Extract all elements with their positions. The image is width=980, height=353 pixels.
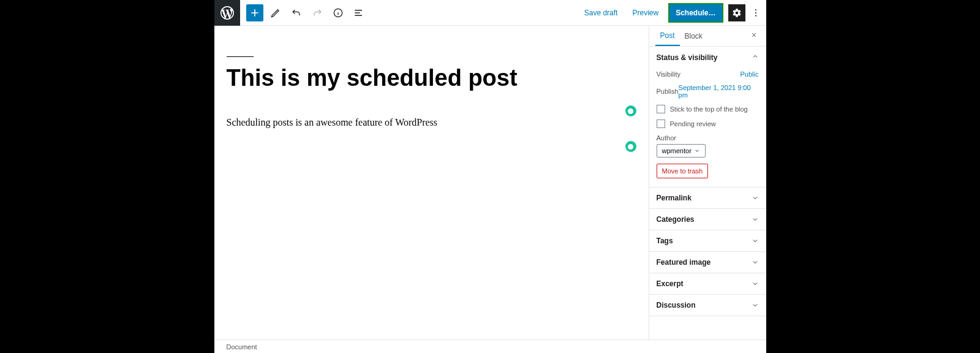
publish-row: Publish September 1, 2021 9:00 pm	[657, 84, 759, 99]
info-button[interactable]	[330, 4, 347, 21]
editor-canvas[interactable]: This is my scheduled post Scheduling pos…	[214, 26, 649, 353]
settings-button[interactable]	[728, 4, 745, 21]
editor-window: Save draft Preview Schedule… This is my …	[214, 0, 766, 353]
grammarly-badge[interactable]	[625, 141, 636, 152]
author-select[interactable]: wpmentor	[657, 144, 706, 158]
svg-point-1	[755, 9, 756, 10]
top-toolbar: Save draft Preview Schedule…	[214, 0, 766, 26]
pending-label: Pending review	[670, 120, 716, 127]
undo-button[interactable]	[288, 4, 305, 21]
settings-sidebar: Post Block Status & visibility Visibilit…	[649, 26, 766, 353]
author-label: Author	[657, 134, 759, 142]
chevron-down-icon	[694, 148, 700, 154]
chevron-down-icon	[752, 302, 759, 309]
panel-title: Permalink	[657, 194, 692, 202]
stick-label: Stick to the top of the blog	[670, 105, 748, 113]
panel-head-permalink[interactable]: Permalink	[649, 188, 766, 208]
panel-categories: Categories	[649, 209, 766, 230]
chevron-down-icon	[752, 194, 759, 202]
info-icon	[332, 7, 344, 19]
panel-head-excerpt[interactable]: Excerpt	[649, 273, 766, 294]
editor-body: This is my scheduled post Scheduling pos…	[214, 26, 766, 353]
publish-value[interactable]: September 1, 2021 9:00 pm	[679, 84, 759, 99]
pencil-icon	[270, 7, 282, 19]
outline-icon	[353, 7, 365, 19]
panel-head-categories[interactable]: Categories	[649, 209, 766, 230]
breadcrumb[interactable]: Document	[227, 343, 257, 351]
outline-button[interactable]	[350, 4, 368, 21]
wordpress-icon	[221, 6, 234, 20]
svg-point-3	[755, 15, 756, 16]
chevron-down-icon	[752, 237, 759, 245]
toolbar-right: Save draft Preview Schedule…	[579, 3, 766, 23]
panel-status-visibility: Status & visibility Visibility Public Pu…	[649, 47, 766, 188]
panel-excerpt: Excerpt	[649, 273, 766, 295]
post-title[interactable]: This is my scheduled post	[227, 56, 636, 93]
tab-post[interactable]: Post	[655, 26, 680, 46]
visibility-row: Visibility Public	[657, 70, 759, 78]
schedule-button[interactable]: Schedule…	[668, 3, 723, 23]
toolbar-left	[240, 4, 368, 21]
panel-title: Tags	[657, 237, 673, 245]
panel-featured-image: Featured image	[649, 252, 766, 273]
breadcrumb-footer: Document	[214, 340, 766, 353]
panel-body-status: Visibility Public Publish September 1, 2…	[649, 68, 766, 187]
author-value: wpmentor	[662, 147, 692, 154]
panel-discussion: Discussion	[649, 295, 766, 316]
tab-block[interactable]: Block	[680, 27, 707, 45]
sidebar-tabs: Post Block	[649, 26, 766, 47]
preview-button[interactable]: Preview	[627, 5, 663, 21]
post-paragraph[interactable]: Scheduling posts is an awesome feature o…	[227, 117, 636, 128]
visibility-value[interactable]: Public	[741, 70, 759, 78]
wp-logo[interactable]	[214, 0, 240, 26]
chevron-down-icon	[752, 216, 759, 223]
redo-button[interactable]	[309, 4, 326, 21]
panel-title: Discussion	[657, 301, 696, 309]
visibility-label: Visibility	[657, 70, 741, 78]
pending-review-row[interactable]: Pending review	[657, 120, 759, 128]
edit-mode-button[interactable]	[267, 4, 284, 21]
save-draft-button[interactable]: Save draft	[579, 5, 623, 21]
panel-permalink: Permalink	[649, 188, 766, 209]
plus-icon	[249, 7, 261, 19]
panel-head-tags[interactable]: Tags	[649, 230, 766, 251]
close-sidebar-button[interactable]	[748, 29, 760, 43]
kebab-icon	[751, 8, 761, 18]
grammarly-icon	[627, 143, 634, 150]
panel-title: Status & visibility	[657, 53, 718, 62]
panel-head-featured[interactable]: Featured image	[649, 252, 766, 273]
move-to-trash-button[interactable]: Move to trash	[657, 164, 709, 178]
undo-icon	[290, 7, 303, 19]
chevron-down-icon	[752, 280, 759, 287]
svg-point-2	[755, 12, 756, 13]
stick-to-top-row[interactable]: Stick to the top of the blog	[657, 105, 759, 113]
publish-label: Publish	[657, 88, 679, 95]
panel-title: Categories	[657, 215, 695, 224]
redo-icon	[311, 7, 323, 19]
checkbox[interactable]	[657, 105, 665, 113]
panel-head-discussion[interactable]: Discussion	[649, 295, 766, 316]
grammarly-badge[interactable]	[625, 105, 636, 116]
chevron-down-icon	[752, 259, 759, 266]
panel-title: Excerpt	[657, 279, 684, 288]
panel-tags: Tags	[649, 230, 766, 252]
grammarly-icon	[627, 108, 634, 115]
chevron-up-icon	[752, 53, 759, 62]
add-block-button[interactable]	[246, 4, 263, 21]
checkbox[interactable]	[657, 120, 665, 128]
panel-head-status[interactable]: Status & visibility	[649, 47, 766, 68]
panel-title: Featured image	[657, 258, 711, 267]
more-options-button[interactable]	[750, 4, 761, 21]
gear-icon	[732, 8, 742, 18]
author-section: Author wpmentor	[657, 134, 759, 158]
close-icon	[750, 31, 758, 39]
